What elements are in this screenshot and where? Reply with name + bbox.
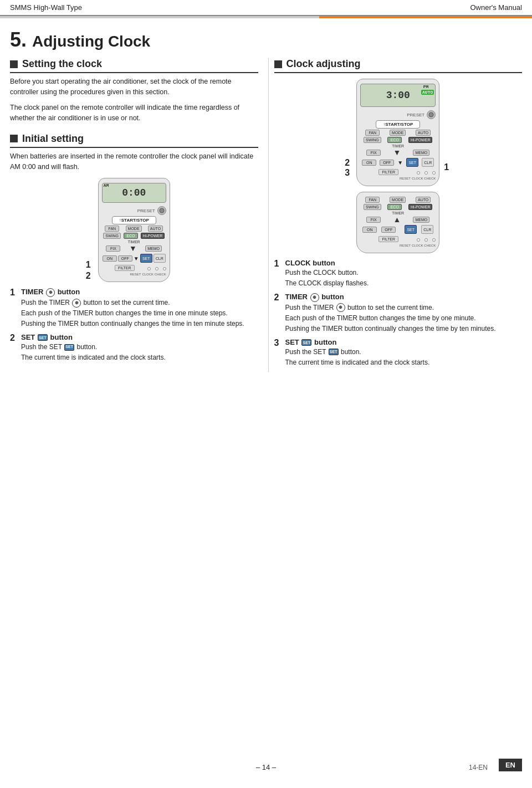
memo-btn-initial[interactable]: MEMO xyxy=(145,245,162,252)
preset-area-clock: PRESET xyxy=(360,110,436,119)
eco-btn-clock2[interactable]: ECO xyxy=(387,204,402,210)
clr-btn-clock2[interactable]: CLR xyxy=(421,225,433,234)
step-2-item: 2 SET SET button Push the SET SET button… xyxy=(10,333,258,362)
hipower-btn-clock2[interactable]: Hi-POWER xyxy=(408,204,432,210)
step-1-heading: TIMER ⊕ button xyxy=(21,288,80,296)
initial-steps-text: 1 TIMER ⊕ button Push the TIMER ⊕ button… xyxy=(10,288,258,362)
reset-dot-initial xyxy=(147,267,151,270)
off-btn-clock[interactable]: OFF xyxy=(380,160,394,166)
chapter-number: 5. xyxy=(10,28,27,52)
set-icon-2: SET xyxy=(38,334,48,341)
filter-btn-clock[interactable]: FILTER xyxy=(378,169,398,175)
reset-label-clock: RESET xyxy=(400,177,411,180)
mode-btn-initial[interactable]: MODE xyxy=(126,226,142,232)
timer-label-clock2: TIMER xyxy=(360,211,436,215)
eco-btn-clock[interactable]: ECO xyxy=(387,137,402,143)
auto-btn-initial[interactable]: AUTO xyxy=(148,226,163,232)
preset-button-initial[interactable] xyxy=(157,206,166,215)
clock-step-3-number: 3 xyxy=(274,338,282,348)
fan-btn-clock2[interactable]: FAN xyxy=(365,197,380,203)
step-1-label: 1 xyxy=(86,260,91,270)
hipower-btn-initial[interactable]: Hi-POWER xyxy=(141,233,165,239)
timer-icon-clock2: ⊕ xyxy=(310,293,319,302)
fix-btn-clock[interactable]: FIX xyxy=(366,150,381,156)
section-square-icon3 xyxy=(274,60,282,68)
clock-step-3-text-2: The current time is indicated and the cl… xyxy=(285,357,523,367)
clock-dot-clock xyxy=(424,171,428,175)
clock-check-label-clock2: CLOCK CHECK xyxy=(412,244,436,247)
clock-step-1-content: CLOCK button Push the CLOCK button. The … xyxy=(285,259,523,288)
check-dot-initial xyxy=(163,267,166,270)
mode-btn-clock[interactable]: MODE xyxy=(390,130,406,136)
bottom-indicators-clock xyxy=(417,171,436,175)
preset-btn-clock[interactable] xyxy=(427,110,436,119)
setting-clock-title: Setting the clock xyxy=(22,58,102,70)
memo-btn-clock[interactable]: MEMO xyxy=(413,150,429,156)
filter-row-clock2: FILTER xyxy=(360,235,436,243)
remote-initial: AM 0:00 PRESET ↑START/STOP xyxy=(98,178,170,282)
filter-btn-initial[interactable]: FILTER xyxy=(115,265,135,271)
preset-label-initial: PRESET xyxy=(137,208,155,213)
step-1-content: TIMER ⊕ button Push the TIMER ⊕ button t… xyxy=(21,288,258,329)
svg-point-1 xyxy=(429,112,433,117)
mode-btn-clock2[interactable]: MODE xyxy=(390,197,406,203)
set-btn-initial[interactable]: SET xyxy=(140,254,152,263)
fan-mode-auto-row-clock: FAN MODE AUTO xyxy=(360,130,436,136)
on-btn-clock[interactable]: ON xyxy=(362,160,376,166)
clock-step-1-item: 1 CLOCK button Push the CLOCK button. Th… xyxy=(274,259,523,288)
initial-setting-section: Initial setting When batteries are inser… xyxy=(10,133,258,173)
fix-memo-row-clock2: FIX ▲ MEMO xyxy=(360,215,436,224)
clr-btn-initial[interactable]: CLR xyxy=(154,254,166,263)
main-content: Setting the clock Before you start opera… xyxy=(0,58,532,372)
clock-step-2-item: 2 TIMER ⊕ button Push the TIMER ⊕ button… xyxy=(274,293,523,334)
clock-step-2-text-2: Each push of the TIMER button changes th… xyxy=(285,313,523,323)
start-stop-clock[interactable]: ↑START/STOP xyxy=(376,120,420,129)
auto-btn-clock[interactable]: AUTO xyxy=(416,130,431,136)
fix-btn-initial[interactable]: FIX xyxy=(106,245,120,252)
svg-point-0 xyxy=(160,208,164,213)
set-icon-clock3: SET xyxy=(301,339,311,346)
chapter-title-area: 5. Adjusting Clock xyxy=(0,18,532,54)
on-btn-clock2[interactable]: ON xyxy=(362,227,377,233)
bottom-labels-clock: RESET CLOCK CHECK xyxy=(360,177,436,180)
remote-screen-initial: AM 0:00 xyxy=(102,183,166,203)
step-1-item: 1 TIMER ⊕ button Push the TIMER ⊕ button… xyxy=(10,288,258,329)
step-1-number: 1 xyxy=(10,288,18,298)
step-2-content: SET SET button Push the SET SET button. … xyxy=(21,333,258,362)
clock-step-1-number: 1 xyxy=(274,259,282,269)
set-btn-clock2[interactable]: SET xyxy=(405,225,417,234)
off-btn-clock2[interactable]: OFF xyxy=(381,227,396,233)
auto-btn-clock2[interactable]: AUTO xyxy=(416,197,431,203)
fan-btn-clock[interactable]: FAN xyxy=(365,130,380,136)
swing-eco-hipower-clock2: SWING ECO Hi-POWER xyxy=(360,204,436,210)
reset-dot-clock xyxy=(417,171,420,175)
swing-btn-clock[interactable]: SWING xyxy=(364,137,381,143)
on-off-set-clr-clock: ON OFF ▼ SET CLR xyxy=(360,158,436,167)
eco-btn-initial[interactable]: ECO xyxy=(124,233,138,239)
remote-wrapper-clock-bottom: FAN MODE AUTO SWING ECO Hi-POWER TIMER xyxy=(356,192,439,253)
initial-remote-illustration: 1 2 AM 0:00 PRESET xyxy=(10,178,258,282)
on-btn-initial[interactable]: ON xyxy=(103,255,117,262)
start-stop-initial[interactable]: ↑START/STOP xyxy=(112,216,156,224)
filter-btn-clock2[interactable]: FILTER xyxy=(378,236,398,242)
clock-step-3-text-1: Push the SET SET button. xyxy=(285,347,523,357)
clock-step-2-content: TIMER ⊕ button Push the TIMER ⊕ button t… xyxy=(285,293,523,334)
chapter-name: Adjusting Clock xyxy=(32,33,150,50)
fan-btn-initial[interactable]: FAN xyxy=(105,226,119,232)
header-left: SMMS High-Wall Type xyxy=(10,3,82,12)
auto-indicator: AUTO xyxy=(421,90,434,95)
clock-adjust-steps-text: 1 CLOCK button Push the CLOCK button. Th… xyxy=(274,259,523,367)
swing-btn-clock2[interactable]: SWING xyxy=(364,204,381,210)
hipower-btn-clock[interactable]: Hi-POWER xyxy=(408,137,432,143)
swing-btn-initial[interactable]: SWING xyxy=(103,233,121,239)
bottom-indicators-clock2 xyxy=(417,238,436,242)
fix-memo-row-clock: FIX ▼ MEMO xyxy=(360,148,436,157)
fix-btn-clock2[interactable]: FIX xyxy=(366,217,381,223)
set-btn-clock[interactable]: SET xyxy=(406,158,418,167)
clock-step-2-label: 2 xyxy=(345,158,350,168)
remote-wrapper-clock-top: PM 3:00 AUTO PRESET ↑START xyxy=(356,79,439,186)
footer-en-label: EN xyxy=(499,759,522,771)
memo-btn-clock2[interactable]: MEMO xyxy=(413,217,429,223)
clr-btn-clock[interactable]: CLR xyxy=(422,158,434,167)
off-btn-initial[interactable]: OFF xyxy=(118,255,132,262)
